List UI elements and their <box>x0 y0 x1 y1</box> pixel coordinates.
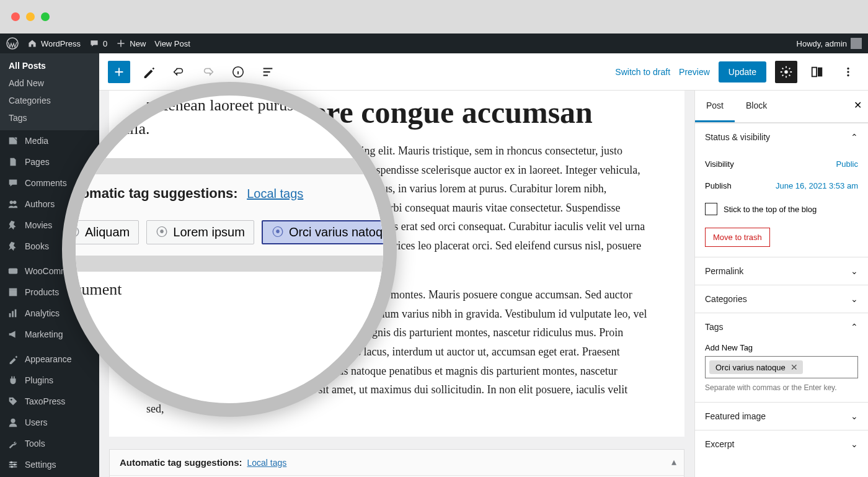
local-tags-link[interactable]: Local tags <box>247 458 287 468</box>
settings-icon <box>7 459 19 470</box>
panel-heading-label: Permalink <box>705 266 743 276</box>
view-post-link[interactable]: View Post <box>154 39 190 48</box>
chevron-down-icon: ⌄ <box>851 439 858 449</box>
panel-excerpt[interactable]: Excerpt ⌄ <box>695 430 868 458</box>
admin-sidebar: All Posts Add New Categories Tags Media … <box>0 53 99 477</box>
users-icon <box>7 417 19 428</box>
tab-block[interactable]: Block <box>735 91 778 122</box>
svg-point-2 <box>13 201 16 204</box>
settings-toggle-button[interactable] <box>775 61 797 83</box>
chevron-up-icon: ⌃ <box>851 322 858 332</box>
sidebar-item-comments[interactable]: Comments <box>0 172 99 194</box>
sidebar-item-products[interactable]: Products <box>0 282 99 303</box>
sidebar-item-plugins[interactable]: Plugins <box>0 370 99 391</box>
sidebar-item-woocommerce[interactable]: WooComme… <box>0 261 99 282</box>
preview-link[interactable]: Preview <box>679 67 710 77</box>
sidebar-item-movies[interactable]: Movies <box>0 215 99 236</box>
tag-input[interactable]: Orci varius natoque ✕ <box>705 356 858 378</box>
panel-featured-image[interactable]: Featured image ⌄ <box>695 403 868 430</box>
tag-suggestions-heading: Automatic tag suggestions: <box>120 457 242 468</box>
sidebar-item-marketing[interactable]: Marketing <box>0 324 99 345</box>
svg-rect-5 <box>9 288 17 290</box>
panel-tags[interactable]: Tags ⌃ <box>695 313 868 341</box>
page-icon <box>7 156 19 167</box>
sidebar-sub-add-new[interactable]: Add New <box>0 74 99 92</box>
panel-permalink[interactable]: Permalink ⌄ <box>695 257 868 285</box>
redo-button[interactable] <box>197 61 219 83</box>
sidebar-item-media[interactable]: Media <box>0 130 99 151</box>
checkbox-icon <box>705 203 717 215</box>
post-paragraph[interactable]: Lorem ipsum dolor sit amet, consectetur … <box>146 141 647 274</box>
add-block-button[interactable] <box>108 61 130 83</box>
sidebar-item-tools[interactable]: Tools <box>0 433 99 454</box>
stick-checkbox[interactable]: Stick to the top of the blog <box>705 197 858 221</box>
close-settings-icon[interactable]: ✕ <box>854 99 862 111</box>
sidebar-item-analytics[interactable]: Analytics <box>0 303 99 324</box>
svg-rect-3 <box>9 269 17 274</box>
tab-post[interactable]: Post <box>695 91 735 122</box>
svg-rect-20 <box>818 67 822 76</box>
chevron-down-icon: ⌄ <box>851 411 858 421</box>
panel-status[interactable]: Status & visibility ⌃ <box>695 123 868 151</box>
visibility-label: Visibility <box>705 159 734 169</box>
post-title[interactable]: Mauris posuere congue accumsan <box>146 91 647 130</box>
editor-canvas[interactable]: Mauris posuere congue accumsan Lorem ips… <box>99 91 694 477</box>
panel-heading-label: Featured image <box>705 411 766 421</box>
svg-point-1 <box>10 201 13 204</box>
sidebar-item-pages[interactable]: Pages <box>0 151 99 172</box>
wp-logo-icon[interactable] <box>6 37 19 50</box>
panel-heading-label: Excerpt <box>705 439 734 449</box>
comments-link[interactable]: 0 <box>89 38 107 48</box>
svg-rect-19 <box>812 67 817 76</box>
sidebar-item-label: Plugins <box>25 375 53 385</box>
settings-sidebar: Post Block ✕ Status & visibility ⌃ Visib… <box>694 91 868 477</box>
sidebar-item-taxopress[interactable]: TaxoPress <box>0 391 99 412</box>
publish-value[interactable]: June 16, 2021 3:53 am <box>776 181 858 190</box>
remove-tag-icon[interactable]: ✕ <box>790 362 798 372</box>
pin-icon <box>7 241 19 252</box>
mac-minimize-icon[interactable] <box>26 12 35 21</box>
sidebar-item-label: Movies <box>25 220 52 230</box>
mac-close-icon[interactable] <box>11 12 20 21</box>
collapse-icon[interactable]: ▴ <box>671 456 676 468</box>
sidebar-item-authors[interactable]: Authors <box>0 194 99 215</box>
new-link[interactable]: New <box>116 38 146 48</box>
more-menu-button[interactable] <box>837 61 859 83</box>
sidebar-sub-tags[interactable]: Tags <box>0 109 99 127</box>
tag-hint: Separate with commas or the Enter key. <box>705 383 858 392</box>
tag-token: Orci varius natoque ✕ <box>709 360 803 374</box>
sidebar-item-users[interactable]: Users <box>0 412 99 433</box>
switch-to-draft-link[interactable]: Switch to draft <box>615 67 670 77</box>
sidebar-item-appearance[interactable]: Appearance <box>0 349 99 370</box>
site-home-link[interactable]: WordPress <box>27 38 81 48</box>
sidebar-item-label: TaxoPress <box>25 396 65 406</box>
sidebar-item-label: Users <box>25 417 48 427</box>
panel-heading-label: Status & visibility <box>705 132 770 142</box>
sidebar-item-settings[interactable]: Settings <box>0 454 99 475</box>
howdy-link[interactable]: Howdy, admin <box>797 38 862 49</box>
panel-categories[interactable]: Categories ⌄ <box>695 285 868 313</box>
update-button[interactable]: Update <box>719 61 766 82</box>
sidebar-sub-all-posts[interactable]: All Posts <box>0 57 99 74</box>
post-paragraph[interactable]: Orci varius natoque penatibus et magnis … <box>146 285 647 418</box>
sidebar-sub-categories[interactable]: Categories <box>0 92 99 109</box>
visibility-value[interactable]: Public <box>836 159 858 169</box>
svg-point-21 <box>847 67 849 69</box>
info-button[interactable] <box>227 61 249 83</box>
sidebar-item-label: Marketing <box>25 329 63 339</box>
analytics-icon <box>7 308 19 319</box>
undo-button[interactable] <box>167 61 190 83</box>
outline-button[interactable] <box>257 61 279 83</box>
svg-rect-4 <box>9 290 17 296</box>
svg-point-22 <box>847 71 849 73</box>
panel-heading-label: Tags <box>705 322 724 332</box>
sidebar-item-label: Tools <box>25 439 45 448</box>
mac-zoom-icon[interactable] <box>41 12 50 21</box>
marketing-icon <box>7 329 19 340</box>
edit-mode-button[interactable] <box>138 61 160 83</box>
woo-icon <box>7 265 19 277</box>
move-to-trash-button[interactable]: Move to trash <box>705 228 770 247</box>
panels-icon[interactable] <box>806 61 828 83</box>
sidebar-item-books[interactable]: Books <box>0 236 99 257</box>
chevron-up-icon: ⌃ <box>851 132 858 142</box>
